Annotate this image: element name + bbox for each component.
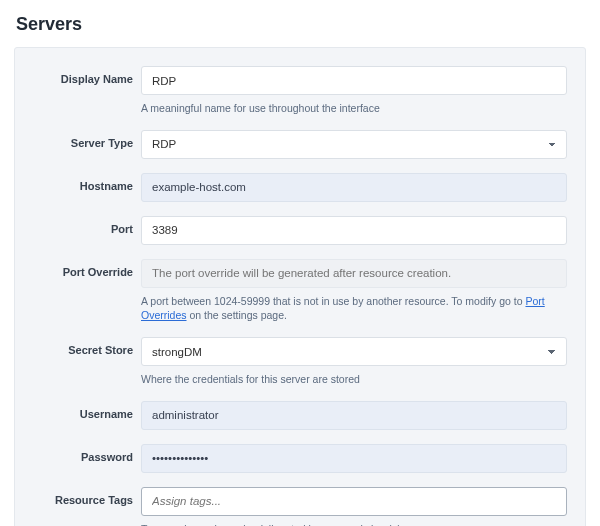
port-override-help-prefix: A port between 1024-59999 that is not in…	[141, 295, 525, 307]
label-resource-tags: Resource Tags	[33, 487, 141, 506]
label-server-type: Server Type	[33, 130, 141, 149]
server-form-panel: Display Name A meaningful name for use t…	[14, 47, 586, 526]
password-input[interactable]	[141, 444, 567, 473]
row-username: Username	[33, 401, 567, 430]
username-input[interactable]	[141, 401, 567, 430]
port-override-help: A port between 1024-59999 that is not in…	[141, 294, 567, 323]
resource-tags-help: Tags are key value pairs delineated by a…	[141, 522, 567, 526]
label-secret-store: Secret Store	[33, 337, 141, 356]
label-password: Password	[33, 444, 141, 463]
secret-store-select[interactable]: strongDM	[141, 337, 567, 366]
row-resource-tags: Resource Tags Tags are key value pairs d…	[33, 487, 567, 526]
row-password: Password	[33, 444, 567, 473]
label-display-name: Display Name	[33, 66, 141, 85]
page-title: Servers	[14, 14, 586, 35]
label-username: Username	[33, 401, 141, 420]
secret-store-help: Where the credentials for this server ar…	[141, 372, 567, 387]
port-override-input	[141, 259, 567, 288]
port-input[interactable]	[141, 216, 567, 245]
row-hostname: Hostname	[33, 173, 567, 202]
row-server-type: Server Type RDP	[33, 130, 567, 159]
port-override-help-suffix: on the settings page.	[187, 309, 287, 321]
label-hostname: Hostname	[33, 173, 141, 192]
row-display-name: Display Name A meaningful name for use t…	[33, 66, 567, 116]
label-port-override: Port Override	[33, 259, 141, 278]
label-port: Port	[33, 216, 141, 235]
row-port-override: Port Override A port between 1024-59999 …	[33, 259, 567, 323]
resource-tags-input[interactable]	[141, 487, 567, 516]
hostname-input[interactable]	[141, 173, 567, 202]
display-name-input[interactable]	[141, 66, 567, 95]
server-type-select[interactable]: RDP	[141, 130, 567, 159]
display-name-help: A meaningful name for use throughout the…	[141, 101, 567, 116]
row-secret-store: Secret Store strongDM Where the credenti…	[33, 337, 567, 387]
row-port: Port	[33, 216, 567, 245]
